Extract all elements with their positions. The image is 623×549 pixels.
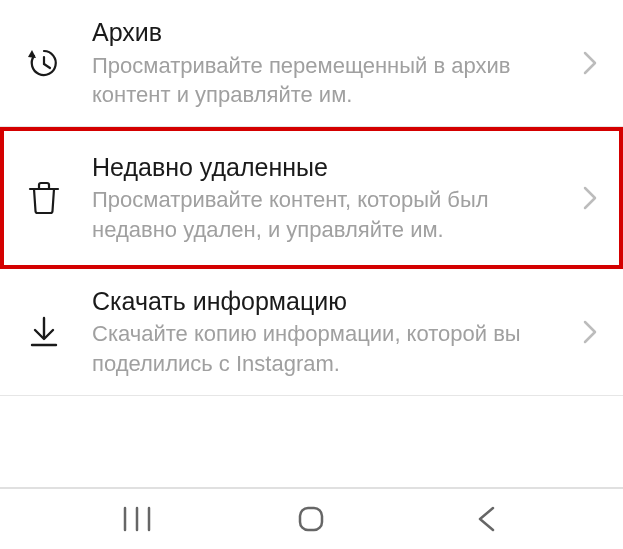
list-item-download-info[interactable]: Скачать информацию Скачайте копию информ… [0, 269, 623, 396]
download-icon [14, 312, 74, 352]
item-title: Архив [92, 16, 567, 49]
list-item-recently-deleted[interactable]: Недавно удаленные Просматривайте контент… [0, 127, 623, 269]
item-content: Скачать информацию Скачайте копию информ… [74, 285, 575, 379]
settings-list: Архив Просматривайте перемещенный в архи… [0, 0, 623, 487]
item-content: Недавно удаленные Просматривайте контент… [74, 151, 575, 245]
item-title: Недавно удаленные [92, 151, 567, 184]
svg-rect-9 [300, 508, 322, 530]
nav-home-button[interactable] [291, 499, 331, 539]
system-nav-bar [0, 487, 623, 549]
chevron-right-icon [575, 320, 605, 344]
nav-recents-button[interactable] [117, 499, 157, 539]
item-subtitle: Скачайте копию информации, которой вы по… [92, 319, 567, 378]
trash-icon [14, 178, 74, 218]
chevron-right-icon [575, 186, 605, 210]
svg-marker-0 [28, 50, 36, 58]
chevron-right-icon [575, 51, 605, 75]
svg-line-2 [44, 64, 50, 68]
item-title: Скачать информацию [92, 285, 567, 318]
nav-back-button[interactable] [466, 499, 506, 539]
item-content: Архив Просматривайте перемещенный в архи… [74, 16, 575, 110]
item-subtitle: Просматривайте перемещенный в архив конт… [92, 51, 567, 110]
item-subtitle: Просматривайте контент, который был неда… [92, 185, 567, 244]
archive-icon [14, 43, 74, 83]
list-item-archive[interactable]: Архив Просматривайте перемещенный в архи… [0, 0, 623, 127]
